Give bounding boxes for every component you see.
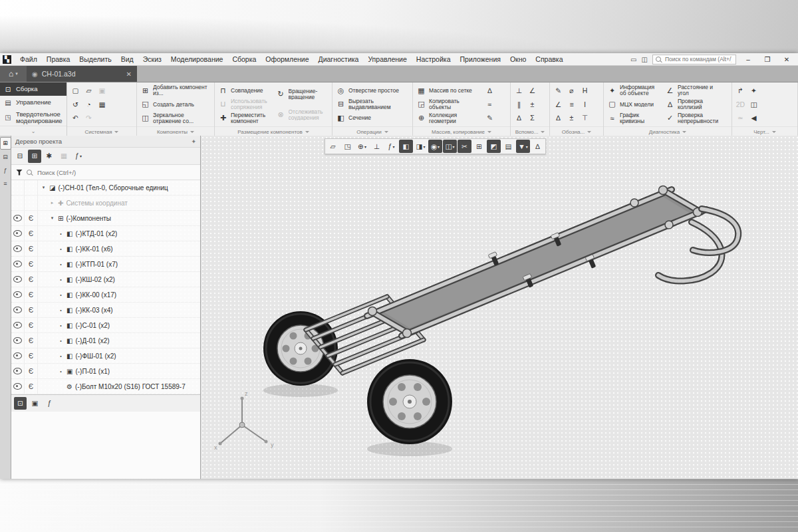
angle-mark-button[interactable]: ∠ xyxy=(552,98,565,110)
visibility-eye-icon[interactable] xyxy=(13,383,22,390)
menu-item[interactable]: Справка xyxy=(531,55,567,64)
visibility-eye-icon[interactable] xyxy=(13,230,22,237)
filter-icon[interactable] xyxy=(16,170,23,176)
thread-mark-button[interactable]: ∆ xyxy=(552,112,565,124)
menu-item[interactable]: Приложения xyxy=(456,55,505,64)
menu-item[interactable]: Оформление xyxy=(261,55,313,64)
menu-item[interactable]: Управление xyxy=(363,55,411,64)
projection-view-button[interactable]: ◫ xyxy=(747,98,760,110)
tree-structure-view-button[interactable]: ⊟ xyxy=(13,150,27,163)
tree-item[interactable]: Є•◧(-)КШ-02 (х2) xyxy=(11,272,200,287)
tree-item[interactable]: Є▾⊞(-)Компоненты xyxy=(11,211,200,226)
display-style-button[interactable]: ◨▾ xyxy=(414,140,428,153)
command-search[interactable] xyxy=(652,55,736,65)
menu-item[interactable]: Правка xyxy=(42,55,74,64)
expander-icon[interactable]: • xyxy=(58,338,64,343)
windows-arrange-icon[interactable]: ◫ xyxy=(642,56,648,63)
expander-icon[interactable]: • xyxy=(58,369,64,374)
expander-icon[interactable]: • xyxy=(58,293,64,297)
open-document-button[interactable]: ▱ xyxy=(82,84,95,97)
aux-plane-button[interactable]: ⊥ xyxy=(513,84,525,97)
expander-icon[interactable]: ▾ xyxy=(49,215,55,221)
sheet-properties-button[interactable]: ⊡ xyxy=(14,397,27,410)
fix-component-button[interactable]: ⊥ xyxy=(370,140,384,153)
expander-icon[interactable]: • xyxy=(58,247,64,251)
load-state-icon[interactable]: Є xyxy=(25,287,38,302)
expander-icon[interactable]: ▸ xyxy=(49,200,55,205)
aux-spiral-button[interactable]: ∆ xyxy=(513,112,525,124)
tab-close-icon[interactable]: ✕ xyxy=(126,70,132,78)
menu-item[interactable]: Файл xyxy=(15,55,42,64)
tree-item[interactable]: Є•◧(-)С-01 (х2) xyxy=(11,318,200,333)
tab-assembly[interactable]: ⊡ Сборка xyxy=(0,82,66,96)
tree-item[interactable]: Є•◧(-)КК-03 (х4) xyxy=(11,303,200,318)
isolate-button[interactable]: ◩ xyxy=(487,140,501,153)
load-state-icon[interactable]: Є xyxy=(25,364,38,378)
visibility-eye-icon[interactable] xyxy=(13,276,22,283)
menu-item[interactable]: Эскиз xyxy=(138,55,166,64)
load-state-icon[interactable]: Є xyxy=(25,333,38,348)
clip-view-button[interactable]: ✂ xyxy=(458,140,471,153)
tab-management[interactable]: ▤ Управление xyxy=(0,96,66,109)
measure-button[interactable]: ∆ xyxy=(531,140,545,153)
menu-item[interactable]: Вид xyxy=(116,55,138,64)
tree-item[interactable]: ▸✚Системы координат xyxy=(11,196,200,211)
object-filter-button[interactable]: ▼▾ xyxy=(516,140,530,153)
object-info-button[interactable]: ✦Информация об объекте xyxy=(606,84,662,97)
viewport-3d[interactable]: ▱◳⊕▾⊥ƒ▾◧◨▾◉▾◫▾✂⊞◩▤▼▾∆ xyxy=(201,136,798,479)
tree-composition-view-button[interactable]: ⊞ xyxy=(28,150,41,163)
tree-search-input[interactable] xyxy=(36,168,196,177)
load-state-icon[interactable]: Є xyxy=(25,241,38,256)
aux-point-button[interactable]: ∥ xyxy=(513,98,525,110)
sketch-button[interactable]: ↺ xyxy=(69,98,82,110)
visibility-eye-icon[interactable] xyxy=(13,307,22,313)
modes-expander-icon[interactable]: ⌄ xyxy=(0,126,66,136)
command-search-input[interactable] xyxy=(664,55,733,63)
rotation-mate-button[interactable]: ↻Вращение-вращение xyxy=(275,88,331,101)
load-state-icon[interactable]: Є xyxy=(25,303,38,317)
selection-filter-button[interactable]: ⊕▾ xyxy=(355,140,369,153)
load-state-icon[interactable]: Є xyxy=(25,318,38,332)
tolerance-button[interactable]: Н xyxy=(579,84,591,97)
expander-icon[interactable]: • xyxy=(58,262,64,267)
visibility-eye-icon[interactable] xyxy=(13,337,22,344)
simple-hole-button[interactable]: ◎Отверстие простое xyxy=(334,84,408,97)
continuity-check-button[interactable]: ✓Проверка непрерывности xyxy=(664,112,720,125)
position-mark-button[interactable]: Ⅰ xyxy=(579,98,591,110)
undo-button[interactable]: ↶ xyxy=(69,112,82,124)
pattern-mirror-button[interactable]: ≈ xyxy=(483,98,496,110)
restore-button[interactable]: ❐ xyxy=(760,56,775,63)
zoom-mode-button[interactable]: ◉▾ xyxy=(428,140,442,153)
cut-extrude-button[interactable]: ⊟Вырезать выдавливанием xyxy=(334,98,408,111)
panels-menu-tab[interactable]: ≡ xyxy=(1,178,11,190)
layers-button[interactable]: ◳ xyxy=(340,140,354,153)
structure-tab[interactable]: ⊟ xyxy=(1,152,11,163)
datum-button[interactable]: ⊤ xyxy=(579,112,591,124)
visibility-eye-icon[interactable] xyxy=(13,245,22,252)
variables-button[interactable]: ƒ xyxy=(43,397,56,410)
load-state-icon[interactable]: Є xyxy=(25,211,38,225)
expander-icon[interactable]: ▾ xyxy=(41,185,47,190)
tree-settings-button[interactable]: ✱ xyxy=(43,150,56,163)
mirror-components-button[interactable]: ◫Зеркальное отражение со... xyxy=(139,112,212,125)
orientation-button[interactable]: ◫▾ xyxy=(443,140,457,153)
panel-options-icon[interactable]: ✦ xyxy=(191,138,196,145)
load-state-icon[interactable]: Є xyxy=(25,348,38,363)
aux-axis-button[interactable]: ∠ xyxy=(526,84,539,97)
visibility-eye-icon[interactable] xyxy=(13,368,22,374)
home-button[interactable]: ⌂ ▾ xyxy=(0,66,27,82)
tree-item[interactable]: Є•◧(-)КТП-01 (х7) xyxy=(11,257,200,272)
right-wheel[interactable] xyxy=(367,359,452,444)
minimize-button[interactable]: – xyxy=(741,56,755,63)
section-button[interactable]: ◧Сечение xyxy=(334,112,408,125)
geometry-collection-button[interactable]: ⊕Коллекция геометрии xyxy=(415,112,481,125)
document-tab[interactable]: ◉ СН-01.a3d ✕ xyxy=(27,66,137,82)
expander-icon[interactable]: • xyxy=(58,354,64,358)
stretcher-bed[interactable] xyxy=(372,190,698,333)
tree-item[interactable]: Є•▣(-)П-01 (х1) xyxy=(11,364,200,379)
tree-item[interactable]: Є•◧(-)ФШ-01 (х2) xyxy=(11,348,200,364)
arrange-views-button[interactable]: ✦ xyxy=(747,84,760,97)
pattern-along-curve-button[interactable]: ∆ xyxy=(483,84,496,97)
visibility-eye-icon[interactable] xyxy=(13,215,22,221)
note-button[interactable]: ✎ xyxy=(552,84,565,97)
